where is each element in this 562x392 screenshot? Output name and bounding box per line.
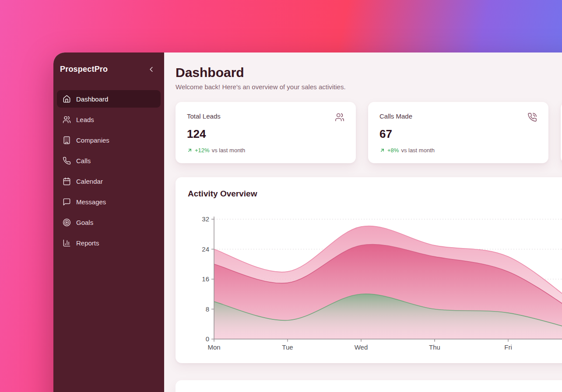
- activity-overview-card: Activity Overview 08162432MonTueWedThuFr…: [176, 177, 562, 363]
- x-tick-label: Thu: [429, 343, 440, 350]
- stat-card-calls-made: Calls Made 67 +8% vs last month: [368, 102, 548, 163]
- next-section-card-partial: [176, 380, 562, 392]
- stat-card-value: 67: [379, 127, 537, 141]
- stat-card-total-leads: Total Leads 124 +12% vs last month: [176, 102, 356, 163]
- x-tick-label: Fri: [504, 343, 512, 350]
- activity-chart: 08162432MonTueWedThuFriSat: [188, 208, 562, 350]
- app-logo-text: ProspectPro: [60, 65, 108, 74]
- trend-percent: +8%: [387, 147, 399, 154]
- x-tick-label: Wed: [355, 343, 368, 350]
- stat-card-label: Calls Made: [379, 112, 412, 120]
- target-icon: [63, 218, 71, 227]
- trend-label: vs last month: [212, 147, 246, 154]
- sidebar-item-companies[interactable]: Companies: [57, 131, 161, 149]
- sidebar-item-messages[interactable]: Messages: [57, 193, 161, 210]
- sidebar-collapse-button[interactable]: [146, 64, 156, 74]
- trend-label: vs last month: [401, 147, 435, 154]
- stat-card-label: Total Leads: [187, 112, 221, 120]
- x-tick-label: Mon: [207, 343, 220, 350]
- sidebar-item-leads[interactable]: Leads: [57, 111, 161, 128]
- stat-cards-row: Total Leads 124 +12% vs last month Calls…: [176, 102, 562, 163]
- sidebar-nav: Dashboard Leads Companies Calls Calendar…: [57, 90, 161, 252]
- sidebar-item-label: Reports: [76, 239, 99, 247]
- trend-percent: +12%: [195, 147, 210, 154]
- message-square-icon: [63, 198, 71, 206]
- sidebar-item-dashboard[interactable]: Dashboard: [57, 90, 161, 108]
- activity-chart-container: 08162432MonTueWedThuFriSat: [188, 208, 562, 352]
- chart-title: Activity Overview: [188, 189, 562, 199]
- users-icon: [335, 112, 344, 122]
- desktop-gradient-background: ProspectPro Dashboard Leads Companies Ca…: [0, 0, 562, 392]
- trend-up-arrow-icon: [187, 147, 193, 153]
- stat-card-value: 124: [187, 127, 344, 141]
- sidebar-item-label: Goals: [76, 219, 93, 226]
- phone-call-icon: [527, 112, 537, 122]
- phone-icon: [63, 157, 71, 165]
- sidebar-header: ProspectPro: [57, 64, 161, 74]
- sidebar-item-label: Leads: [76, 116, 94, 123]
- sidebar-item-reports[interactable]: Reports: [57, 234, 161, 252]
- trend-up-arrow-icon: [379, 147, 385, 153]
- calendar-icon: [63, 177, 71, 186]
- sidebar-item-goals[interactable]: Goals: [57, 214, 161, 231]
- sidebar-item-label: Dashboard: [76, 95, 108, 103]
- main-content: Dashboard Welcome back! Here's an overvi…: [164, 52, 562, 392]
- sidebar-item-label: Messages: [76, 198, 106, 206]
- users-icon: [63, 116, 71, 124]
- sidebar-item-label: Companies: [76, 136, 109, 144]
- app-window: ProspectPro Dashboard Leads Companies Ca…: [53, 52, 562, 392]
- sidebar-item-calls[interactable]: Calls: [57, 152, 161, 169]
- x-tick-label: Tue: [282, 343, 293, 350]
- chevron-left-icon: [147, 65, 155, 74]
- page-title: Dashboard: [176, 65, 562, 80]
- y-tick-label: 24: [202, 245, 209, 253]
- page-subtitle: Welcome back! Here's an overview of your…: [176, 83, 562, 91]
- y-tick-label: 32: [202, 215, 209, 223]
- home-icon: [63, 95, 71, 103]
- chart-column-icon: [63, 239, 71, 247]
- building-icon: [63, 136, 71, 144]
- y-tick-label: 8: [206, 305, 209, 313]
- sidebar-item-label: Calls: [76, 157, 91, 164]
- sidebar-item-calendar[interactable]: Calendar: [57, 172, 161, 190]
- y-tick-label: 16: [202, 275, 209, 283]
- y-tick-label: 0: [206, 335, 209, 343]
- sidebar: ProspectPro Dashboard Leads Companies Ca…: [53, 52, 164, 392]
- sidebar-item-label: Calendar: [76, 178, 103, 185]
